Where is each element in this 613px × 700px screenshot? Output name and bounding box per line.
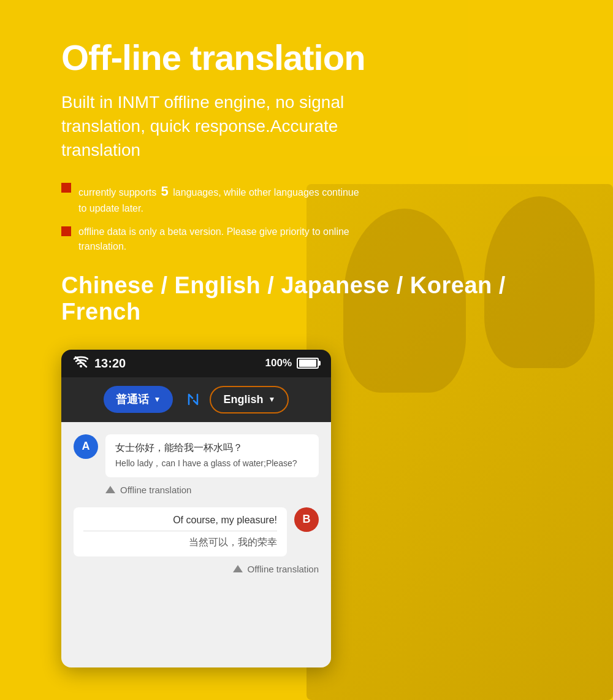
avatar-a-label: A bbox=[82, 440, 90, 453]
message-b: B Of course, my pleasure! 当然可以，我的荣幸 bbox=[74, 507, 319, 556]
message-a-input: 女士你好，能给我一杯水吗？ bbox=[115, 442, 309, 455]
status-right: 100% bbox=[265, 357, 319, 369]
page-title: Off-line translation bbox=[61, 37, 576, 78]
message-b-chinese: 当然可以，我的荣幸 bbox=[83, 536, 277, 549]
battery-percent: 100% bbox=[265, 357, 292, 369]
offline-triangle-b bbox=[233, 565, 243, 572]
avatar-b: B bbox=[294, 507, 319, 532]
phone-mockup: 13:20 100% 普通话 ▼ bbox=[61, 350, 331, 667]
language-selector-bar: 普通话 ▼ English ▼ bbox=[61, 377, 331, 422]
message-b-english: Of course, my pleasure! bbox=[83, 515, 277, 531]
source-language-label: 普通话 bbox=[116, 392, 149, 407]
status-time: 13:20 bbox=[94, 356, 126, 371]
source-dropdown-icon: ▼ bbox=[154, 395, 161, 404]
list-item: offline data is only a beta version. Ple… bbox=[61, 225, 368, 254]
message-a: A 女士你好，能给我一杯水吗？ Hello lady，can I have a … bbox=[74, 434, 319, 477]
page-subtitle: Built in INMT offline engine, no signal … bbox=[61, 90, 417, 163]
language-count: 5 bbox=[161, 183, 169, 199]
offline-triangle-a bbox=[105, 486, 115, 493]
target-language-label: English bbox=[223, 393, 263, 406]
battery-fill bbox=[299, 360, 316, 367]
phone-container: 13:20 100% 普通话 ▼ bbox=[61, 350, 331, 667]
bullet-text-1: currently supports 5 languages, while ot… bbox=[78, 181, 368, 216]
target-dropdown-icon: ▼ bbox=[268, 395, 276, 404]
bullet-icon-1 bbox=[61, 183, 71, 193]
list-item: currently supports 5 languages, while ot… bbox=[61, 181, 368, 216]
svg-point-0 bbox=[80, 365, 82, 367]
feature-list: currently supports 5 languages, while ot… bbox=[61, 181, 368, 254]
status-bar: 13:20 100% bbox=[61, 350, 331, 377]
chat-area: A 女士你好，能给我一杯水吗？ Hello lady，can I have a … bbox=[61, 422, 331, 667]
source-language-button[interactable]: 普通话 ▼ bbox=[104, 386, 173, 413]
offline-text-a: Offline translation bbox=[120, 485, 191, 495]
languages-line: Chinese / English / Japanese / Korean / … bbox=[61, 272, 576, 325]
wifi-off-icon bbox=[74, 356, 88, 371]
offline-label-a: Offline translation bbox=[74, 485, 319, 495]
offline-label-b: Offline translation bbox=[74, 564, 319, 574]
message-bubble-a: 女士你好，能给我一杯水吗？ Hello lady，can I have a gl… bbox=[105, 434, 319, 477]
avatar-b-label: B bbox=[303, 513, 311, 526]
offline-text-b: Offline translation bbox=[248, 564, 319, 574]
status-left: 13:20 bbox=[74, 356, 126, 371]
bullet-icon-2 bbox=[61, 226, 71, 236]
swap-languages-icon[interactable] bbox=[183, 391, 200, 408]
avatar-a: A bbox=[74, 434, 98, 459]
bullet-text-2: offline data is only a beta version. Ple… bbox=[78, 225, 368, 254]
message-a-translated: Hello lady，can I have a glass of water;P… bbox=[115, 457, 309, 470]
main-content: Off-line translation Built in INMT offli… bbox=[0, 0, 613, 700]
target-language-button[interactable]: English ▼ bbox=[210, 386, 289, 413]
message-bubble-b: Of course, my pleasure! 当然可以，我的荣幸 bbox=[74, 507, 287, 556]
battery-icon bbox=[297, 358, 319, 369]
